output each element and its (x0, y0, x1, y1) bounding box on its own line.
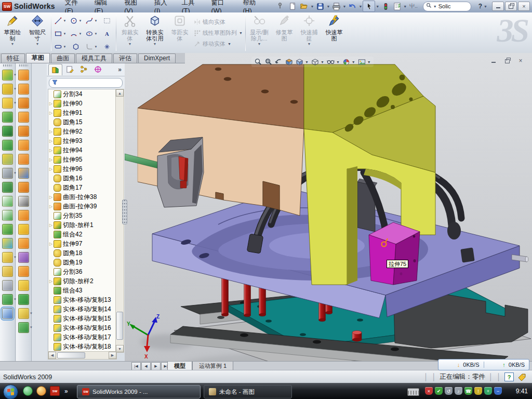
part-mold-insert[interactable] (157, 137, 204, 207)
hide-show-items-button[interactable]: ▼ (326, 58, 340, 66)
slot-tool[interactable]: ▼ (52, 40, 68, 53)
expand-icon[interactable]: ▷ (48, 242, 54, 246)
help-button[interactable]: ? (474, 3, 483, 10)
lofted-surface-button[interactable] (18, 112, 29, 123)
selection-box-tool[interactable] (99, 14, 115, 27)
tray-antivirus-icon[interactable]: ✔ (435, 387, 443, 395)
doc-minimize-button[interactable] (489, 57, 498, 64)
expand-icon[interactable]: ▷ (48, 223, 54, 228)
tree-item-18[interactable]: 圆角19 (48, 258, 116, 267)
tree-item-19[interactable]: 分割36 (48, 267, 116, 276)
tray-updates-icon[interactable]: ↺ (445, 387, 453, 395)
expand-icon[interactable]: ▷ (48, 204, 54, 209)
expand-icon[interactable]: ▷ (48, 157, 54, 162)
tree-item-20[interactable]: ▷ 切除-放样2 (48, 276, 116, 286)
display-delete-relations-dropdown-icon[interactable]: ▼ (257, 42, 261, 46)
tab-dimxpert-manager[interactable] (91, 64, 104, 75)
tray-sync-blocked-icon[interactable]: − (494, 387, 502, 395)
expand-icon[interactable]: ▷ (48, 167, 54, 171)
expand-icon[interactable]: ▷ (48, 101, 54, 106)
boundary-boss-button[interactable] (2, 126, 13, 137)
ellipse-tool[interactable]: ▼ (84, 27, 99, 40)
quick-snaps-dropdown-icon[interactable]: ▼ (307, 42, 311, 46)
search-dropdown-icon[interactable]: ▼ (433, 5, 437, 8)
shell-button[interactable] (2, 182, 13, 193)
open-button-dropdown[interactable]: ▼ (311, 5, 314, 8)
trim-entities-button[interactable]: 剪裁实体▼ (117, 12, 142, 53)
smart-dimension-button[interactable]: 智能尺寸▼ (25, 12, 50, 53)
tab-configuration-manager[interactable] (77, 64, 90, 75)
zoom-area-button[interactable] (264, 58, 273, 66)
planar-surface-button[interactable] (18, 154, 29, 165)
circle-tool[interactable]: ▼ (68, 14, 84, 27)
tree-filter-input[interactable] (49, 78, 123, 88)
surface-curves-button[interactable]: ▼ (18, 322, 29, 333)
print-button-dropdown[interactable]: ▼ (342, 5, 346, 8)
swept-cut-button[interactable] (2, 140, 13, 151)
sketch-text-tool[interactable]: A (99, 27, 115, 40)
polygon-tool[interactable] (68, 40, 84, 53)
tree-item-6[interactable]: ▷ 拉伸94 (48, 145, 116, 155)
curve-button[interactable]: ▼ (2, 294, 13, 305)
swept-surface-button[interactable] (18, 98, 29, 109)
window-minimize-button[interactable] (492, 2, 504, 11)
linear-sketch-pattern-button[interactable]: 线性草图阵列▼ (193, 28, 243, 37)
view-orientation-button[interactable]: ▼ (295, 58, 309, 66)
expand-icon[interactable]: ▷ (48, 195, 54, 200)
combine-bodies-button[interactable] (2, 224, 13, 235)
display-style-button[interactable]: ▼ (311, 58, 325, 66)
boundary-surface-button[interactable] (18, 126, 29, 137)
window-restore-button[interactable] (505, 2, 517, 11)
model-tab-0[interactable]: 模型 (167, 362, 192, 370)
toolbar-grip[interactable] (3, 64, 12, 66)
tree-item-12[interactable]: ▷ 曲面-拉伸39 (48, 202, 116, 211)
part-stop-pin[interactable] (352, 330, 362, 341)
command-tab-5[interactable]: DimXpert (138, 54, 176, 63)
sketch-fillet-tool[interactable]: ▼ (84, 40, 99, 53)
tree-item-25[interactable]: 实体-移动/复制16 (48, 323, 116, 332)
tree-item-22[interactable]: 实体-移动/复制13 (48, 295, 116, 304)
scroll-left-button[interactable]: ◀ (48, 352, 56, 359)
traffic-light-rebuild-icon[interactable] (380, 1, 391, 11)
scroll-up-button[interactable]: ▲ (116, 89, 124, 97)
tray-wireless-warning-icon[interactable]: ! (474, 387, 482, 395)
toolbar-overflow[interactable]: 屮.. (409, 3, 418, 10)
first-tab-button[interactable]: |◀ (131, 362, 141, 370)
spline-tool[interactable]: ▼ (84, 14, 99, 27)
expand-icon[interactable]: ▷ (48, 148, 54, 153)
extruded-surface-button[interactable] (18, 70, 29, 81)
tray-volume-icon[interactable]: ♪ (455, 387, 462, 395)
display-delete-relations-button[interactable]: 显示/删除几...▼ (247, 12, 272, 53)
convert-entities-dropdown-icon[interactable]: ▼ (153, 42, 157, 46)
knit-surface-button[interactable] (18, 266, 29, 277)
appearances-button[interactable]: ▼ (342, 58, 356, 66)
taskbar-window-sw-button[interactable]: SWSolidWorks 2009 - ... (77, 385, 201, 398)
tree-item-15[interactable]: 组合42 (48, 230, 116, 239)
tree-item-10[interactable]: 圆角17 (48, 183, 116, 192)
surface-reference-geometry-button[interactable]: ▼ (18, 308, 29, 319)
trim-surface-button[interactable] (18, 252, 29, 263)
quicklaunch-chevron[interactable]: » (64, 388, 68, 395)
tree-item-23[interactable]: 实体-移动/复制14 (48, 304, 116, 314)
tree-item-17[interactable]: 圆角18 (48, 248, 116, 258)
select-button-dropdown[interactable]: ▼ (376, 5, 379, 8)
command-tab-1[interactable]: 草图 (26, 53, 50, 63)
toolbar-grip[interactable] (19, 64, 28, 66)
thicken-button[interactable] (18, 280, 29, 291)
expand-icon[interactable]: ▷ (48, 279, 54, 284)
offset-surface-button[interactable] (18, 168, 29, 179)
sketch-dropdown-icon[interactable]: ▼ (11, 42, 15, 46)
save-button[interactable] (315, 1, 326, 11)
expand-icon[interactable]: ▷ (48, 139, 54, 143)
language-keyboard-icon[interactable] (407, 388, 419, 396)
tree-item-0[interactable]: 分割34 (48, 89, 116, 99)
convert-entities-button[interactable]: 转换实体引用▼ (142, 12, 167, 53)
tree-item-4[interactable]: ▷ 拉伸92 (48, 127, 116, 136)
command-tab-4[interactable]: 评估 (113, 54, 137, 63)
tree-item-13[interactable]: 分割35 (48, 211, 116, 220)
scroll-down-button[interactable]: ▼ (116, 345, 124, 352)
expand-icon[interactable]: ▷ (48, 129, 54, 134)
untrim-surface-button[interactable] (18, 224, 29, 235)
expand-icon[interactable]: ▷ (48, 111, 54, 115)
fillet-button[interactable]: ▼ (2, 98, 13, 109)
